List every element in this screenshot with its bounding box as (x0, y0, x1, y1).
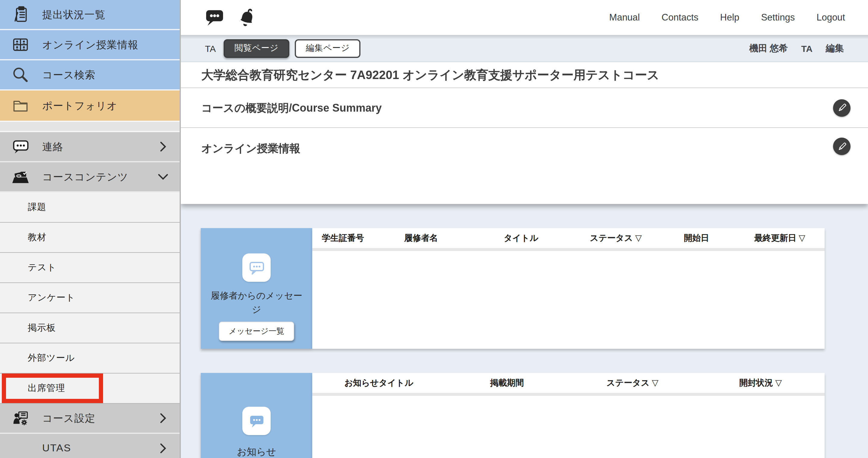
speech-bubble-outline-icon (242, 253, 271, 282)
announcements-card-title: お知らせ (231, 445, 282, 458)
teacher-gear-icon (10, 408, 31, 428)
top-nav: Manual Contacts Help Settings Logout (609, 12, 868, 23)
announcements-table: お知らせタイトル 掲載期間 ステータス ▽ 開封状況 ▽ (312, 373, 825, 458)
messages-panel: 履修者からのメッセージ メッセージ一覧 学生証番号 履修者名 タイトル ステータ… (201, 228, 868, 349)
sidebar-item-contact[interactable]: 連絡 (0, 132, 180, 162)
chevron-down-icon (158, 173, 168, 180)
announcements-panel: お知らせ お知らせタイトル 掲載期間 ステータス ▽ 開封状況 ▽ (201, 373, 868, 458)
announcements-card: お知らせ (201, 373, 312, 458)
sidebar-item-utas[interactable]: UTAS (0, 434, 180, 458)
nav-contacts[interactable]: Contacts (661, 12, 698, 23)
pencil-icon (837, 142, 846, 151)
role-label: TA (205, 43, 216, 53)
chat-bubble-icon[interactable] (205, 8, 225, 27)
sidebar-item-label: 掲示板 (28, 322, 56, 334)
sidebar-item-label: 課題 (28, 202, 46, 213)
sidebar-item-label: コース検索 (42, 68, 96, 82)
sidebar-item-tests[interactable]: テスト (0, 253, 180, 283)
edit-page-button[interactable]: 編集ページ (295, 39, 361, 58)
column-title: タイトル (469, 233, 574, 244)
nav-logout[interactable]: Logout (816, 12, 845, 23)
view-page-button[interactable]: 閲覧ページ (224, 39, 289, 58)
column-student-id: 学生証番号 (312, 233, 374, 244)
edit-online-class-info-button[interactable] (833, 138, 850, 155)
sidebar-item-course-settings[interactable]: コース設定 (0, 404, 180, 434)
sidebar-item-label: オンライン授業情報 (42, 38, 138, 52)
messages-table-header: 学生証番号 履修者名 タイトル ステータス ▽ 開始日 最終更新日 ▽ (312, 228, 825, 251)
page: 提出状況一覧 オンライン授業情報 コース検索 ポートフォリオ 連絡 (0, 0, 868, 458)
sidebar-item-course-contents[interactable]: コースコンテンツ (0, 162, 180, 193)
course-header-sections: 大学総合教育研究センター 7A92201 オンライン教育支援サポーター用テストコ… (181, 62, 868, 204)
sidebar-item-portfolio[interactable]: ポートフォリオ (0, 90, 180, 121)
section-title: コースの概要説明/Course Summary (201, 101, 382, 115)
top-bar: Manual Contacts Help Settings Logout (181, 0, 868, 35)
column-status-sort[interactable]: ステータス ▽ (568, 377, 696, 388)
sidebar-item-label: テスト (28, 262, 56, 274)
chat-outline-icon (10, 136, 31, 157)
chevron-right-icon (160, 141, 166, 152)
sidebar-item-label: コースコンテンツ (42, 170, 128, 184)
chevron-right-icon (160, 443, 166, 454)
sidebar-item-bulletin-board[interactable]: 掲示板 (0, 313, 180, 343)
column-start-date: 開始日 (658, 233, 735, 244)
sidebar-item-label: 提出状況一覧 (42, 7, 105, 22)
sidebar-item-submission-status[interactable]: 提出状況一覧 (0, 0, 180, 30)
column-last-updated-sort[interactable]: 最終更新日 ▽ (735, 233, 825, 244)
column-announcement-title: お知らせタイトル (312, 377, 445, 388)
chevron-right-icon (160, 413, 166, 424)
sidebar-item-external-tools[interactable]: 外部ツール (0, 343, 180, 374)
user-edit-link[interactable]: 編集 (826, 42, 844, 54)
messages-table: 学生証番号 履修者名 タイトル ステータス ▽ 開始日 最終更新日 ▽ (312, 228, 825, 349)
announcements-table-header: お知らせタイトル 掲載期間 ステータス ▽ 開封状況 ▽ (312, 373, 825, 396)
messages-card: 履修者からのメッセージ メッセージ一覧 (201, 228, 312, 349)
nav-help[interactable]: Help (720, 12, 739, 23)
nav-settings[interactable]: Settings (761, 12, 795, 23)
search-icon (10, 64, 31, 85)
sidebar-item-surveys[interactable]: アンケート (0, 283, 180, 313)
section-online-class-info: オンライン授業情報 (181, 128, 868, 204)
sidebar-divider (0, 121, 180, 132)
bell-icon[interactable] (236, 7, 258, 28)
main-area: Manual Contacts Help Settings Logout TA … (181, 0, 868, 458)
sidebar-item-label: 外部ツール (28, 352, 75, 364)
nav-manual[interactable]: Manual (609, 12, 640, 23)
pencil-icon (837, 103, 846, 113)
speech-bubble-filled-icon (242, 407, 271, 435)
course-title: 大学総合教育研究センター 7A92201 オンライン教育支援サポーター用テストコ… (181, 62, 868, 88)
sidebar-item-materials[interactable]: 教材 (0, 223, 180, 253)
sidebar-item-label: ポートフォリオ (42, 99, 118, 113)
sidebar-item-label: コース設定 (42, 411, 96, 425)
sidebar-item-label: アンケート (28, 292, 75, 304)
user-role-badge: TA (801, 43, 812, 53)
sidebar-item-online-class-info[interactable]: オンライン授業情報 (0, 30, 180, 60)
section-title: オンライン授業情報 (201, 141, 300, 156)
user-info: 機田 悠希 TA 編集 (749, 42, 868, 54)
sidebar-item-course-search[interactable]: コース検索 (0, 60, 180, 90)
video-class-icon (10, 34, 31, 55)
sidebar-item-label: 連絡 (42, 140, 63, 153)
sidebar-item-label: UTAS (42, 442, 71, 454)
column-posting-period: 掲載期間 (445, 377, 568, 388)
sidebar: 提出状況一覧 オンライン授業情報 コース検索 ポートフォリオ 連絡 (0, 0, 181, 458)
ta-bar: TA 閲覧ページ 編集ページ 機田 悠希 TA 編集 (181, 35, 868, 62)
column-status-sort[interactable]: ステータス ▽ (574, 233, 658, 244)
section-course-summary: コースの概要説明/Course Summary (181, 88, 868, 128)
sidebar-item-attendance[interactable]: 出席管理 (0, 374, 180, 404)
messages-card-title: 履修者からのメッセージ (201, 288, 312, 316)
sidebar-item-assignments[interactable]: 課題 (0, 193, 180, 223)
sidebar-item-label: 教材 (28, 232, 46, 243)
message-list-button[interactable]: メッセージ一覧 (219, 322, 294, 341)
messages-table-body (312, 251, 825, 349)
user-name: 機田 悠希 (749, 42, 788, 54)
content-box-icon (10, 167, 31, 187)
sidebar-item-label: 出席管理 (28, 382, 65, 394)
folder-icon (10, 95, 31, 116)
column-student-name: 履修者名 (374, 233, 469, 244)
clipboard-pen-icon (10, 4, 31, 25)
announcements-table-body (312, 396, 825, 458)
edit-summary-button[interactable] (833, 99, 850, 116)
dashboard-content: 履修者からのメッセージ メッセージ一覧 学生証番号 履修者名 タイトル ステータ… (181, 204, 868, 458)
column-read-status-sort[interactable]: 開封状況 ▽ (696, 377, 825, 388)
